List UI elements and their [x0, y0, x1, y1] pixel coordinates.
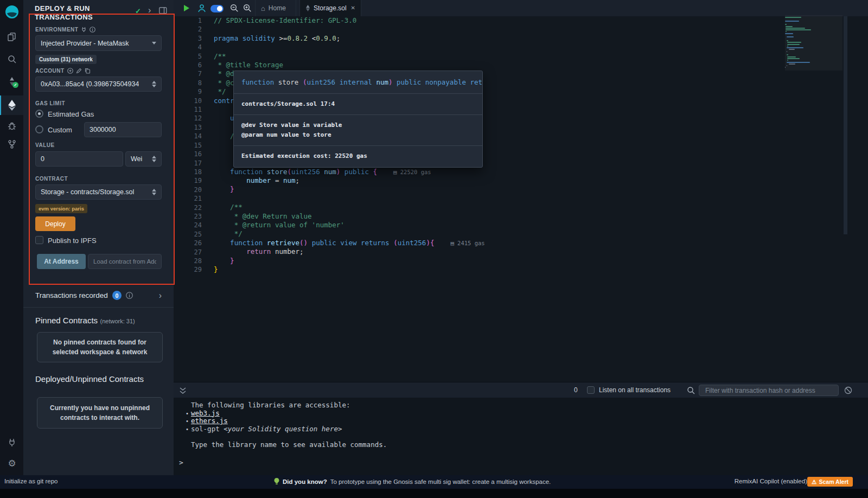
- close-tab-icon[interactable]: ✕: [351, 5, 355, 11]
- listen-transactions-label: Listen on all transactions: [599, 386, 671, 394]
- contract-value: Storage - contracts/Storage.sol: [41, 188, 134, 196]
- tab-storage-sol[interactable]: Storage.sol ✕: [299, 0, 361, 16]
- deployed-contracts-title: Deployed/Unpinned Contracts: [35, 374, 144, 384]
- environment-label-row: ENVIRONMENT: [35, 27, 95, 33]
- environment-select[interactable]: Injected Provider - MetaMask: [35, 35, 162, 51]
- pinned-contracts-title: Pinned Contracts: [35, 316, 98, 325]
- panel-check-icon: ✓: [135, 7, 141, 15]
- select-arrows-icon: [152, 156, 156, 162]
- warning-icon: ⚠: [812, 478, 816, 485]
- pin-panel-icon[interactable]: [159, 7, 167, 14]
- transactions-count-badge: 0: [112, 291, 122, 300]
- remix-ide-window: ✓ ⚙ DEPLOY & RUN TRANSACTIONS ✓ › ENVIRO…: [0, 0, 868, 498]
- terminal-search-icon[interactable]: [687, 386, 695, 394]
- chevron-down-icon: [152, 42, 156, 44]
- minimap[interactable]: [785, 17, 843, 375]
- line-numbers: 1234567891011121314151617181920212223242…: [174, 16, 202, 274]
- terminal-prompt[interactable]: >: [179, 458, 183, 467]
- plug-icon[interactable]: [81, 27, 87, 33]
- deploy-and-run-icon[interactable]: [7, 100, 17, 111]
- tip-text: To prototype using the Gnosis safe multi…: [330, 478, 551, 485]
- contract-select[interactable]: Storage - contracts/Storage.sol: [35, 184, 162, 200]
- tab-home[interactable]: ⌂ Home: [255, 0, 296, 16]
- expand-transactions-icon[interactable]: ›: [159, 291, 162, 300]
- custom-gas-radio[interactable]: [35, 125, 43, 133]
- tooltip-gas-estimate: Estimated execution cost: 22520 gas: [234, 145, 482, 167]
- deploy-button[interactable]: Deploy: [35, 216, 75, 231]
- select-arrows-icon: [152, 189, 156, 195]
- divider: [23, 307, 174, 308]
- custom-gas-label: Custom: [48, 126, 72, 134]
- zoom-out-icon[interactable]: [230, 4, 239, 12]
- account-value: 0xA03...85ac4 (0.398673504934: [41, 80, 139, 88]
- compile-success-badge: ✓: [12, 82, 18, 88]
- listen-transactions-checkbox[interactable]: [587, 386, 595, 394]
- zoom-in-icon[interactable]: [243, 4, 252, 12]
- add-account-icon[interactable]: [67, 68, 73, 74]
- at-address-button[interactable]: At Address: [37, 254, 86, 269]
- info-icon[interactable]: [90, 27, 95, 33]
- did-you-know-tip: Did you know? To prototype using the Gno…: [274, 478, 551, 485]
- estimated-gas-radio[interactable]: [35, 110, 43, 118]
- publish-ipfs-checkbox[interactable]: [35, 236, 43, 244]
- value-input[interactable]: [41, 155, 118, 163]
- solidity-file-icon: [305, 5, 310, 11]
- pinned-empty-state: No pinned contracts found for selected w…: [37, 332, 163, 362]
- account-label-row: ACCOUNT: [35, 68, 91, 74]
- scam-alert-label: Scam Alert: [819, 478, 848, 485]
- git-branch-icon[interactable]: [7, 139, 17, 150]
- lightbulb-icon: [274, 478, 279, 485]
- at-address-input-wrap: [88, 254, 162, 269]
- copy-address-icon[interactable]: [85, 68, 91, 74]
- value-unit: Wei: [131, 155, 142, 163]
- info-icon[interactable]: [126, 292, 133, 299]
- icon-sidebar: ✓ ⚙: [0, 0, 23, 475]
- editor-scrollbar[interactable]: [844, 16, 847, 234]
- debugger-icon[interactable]: [7, 120, 17, 131]
- deploy-run-panel: DEPLOY & RUN TRANSACTIONS ✓ › ENVIRONMEN…: [23, 0, 174, 475]
- window-bottom-edge: [0, 489, 868, 498]
- account-label: ACCOUNT: [35, 68, 65, 74]
- panel-forward-icon[interactable]: ›: [148, 6, 151, 15]
- file-explorer-icon[interactable]: [7, 31, 17, 42]
- git-init-button[interactable]: Initialize as git repo: [4, 478, 58, 484]
- status-bar: Initialize as git repo Did you know? To …: [0, 475, 868, 489]
- evm-version-badge: evm version: paris: [35, 204, 87, 213]
- clear-console-icon[interactable]: [844, 386, 852, 394]
- transactions-recorded-row: Transactions recorded 0 ›: [35, 291, 162, 300]
- plugin-connector-icon[interactable]: [7, 437, 17, 448]
- select-arrows-icon: [152, 81, 156, 87]
- search-icon[interactable]: [7, 54, 17, 65]
- account-select[interactable]: 0xA03...85ac4 (0.398673504934: [35, 76, 162, 92]
- transactions-recorded-label: Transactions recorded: [35, 291, 108, 299]
- custom-gas-input[interactable]: [90, 126, 156, 133]
- transaction-filter-input[interactable]: [704, 386, 833, 395]
- tip-title: Did you know?: [283, 478, 327, 485]
- home-icon: ⌂: [261, 5, 265, 12]
- remix-logo-icon[interactable]: [4, 4, 19, 19]
- editor-tabbar: ⌂ Home Storage.sol ✕: [174, 0, 868, 16]
- user-profile-icon[interactable]: [197, 4, 206, 12]
- copilot-status[interactable]: RemixAI Copilot (enabled): [735, 478, 807, 484]
- collapse-terminal-icon[interactable]: [179, 387, 187, 394]
- scam-alert-badge[interactable]: ⚠ Scam Alert: [807, 477, 853, 487]
- tooltip-file-path: contracts/Storage.sol 17:4: [234, 93, 482, 114]
- sign-message-icon[interactable]: [76, 68, 82, 74]
- deployed-empty-state: Currently you have no unpinned contracts…: [37, 397, 163, 429]
- value-unit-select[interactable]: Wei: [125, 151, 162, 167]
- hover-tooltip: function store (uint256 internal num) pu…: [233, 71, 483, 168]
- publish-ipfs-label: Publish to IPFS: [48, 237, 97, 245]
- value-label: VALUE: [35, 142, 55, 148]
- contract-label: CONTRACT: [35, 176, 68, 182]
- ai-copilot-toggle[interactable]: [210, 5, 224, 12]
- pinned-contracts-subtitle: (network: 31): [100, 318, 135, 324]
- terminal-count: 0: [574, 386, 578, 394]
- custom-gas-input-wrap: [84, 122, 162, 137]
- network-badge: Custom (31) network: [35, 55, 97, 64]
- estimated-gas-label: Estimated Gas: [48, 110, 94, 118]
- run-script-icon[interactable]: [183, 4, 190, 12]
- panel-title: DEPLOY & RUN TRANSACTIONS: [35, 4, 124, 22]
- settings-gear-icon[interactable]: ⚙: [7, 458, 17, 469]
- at-address-input[interactable]: [93, 258, 156, 265]
- terminal-toolbar: 0 Listen on all transactions: [174, 382, 868, 398]
